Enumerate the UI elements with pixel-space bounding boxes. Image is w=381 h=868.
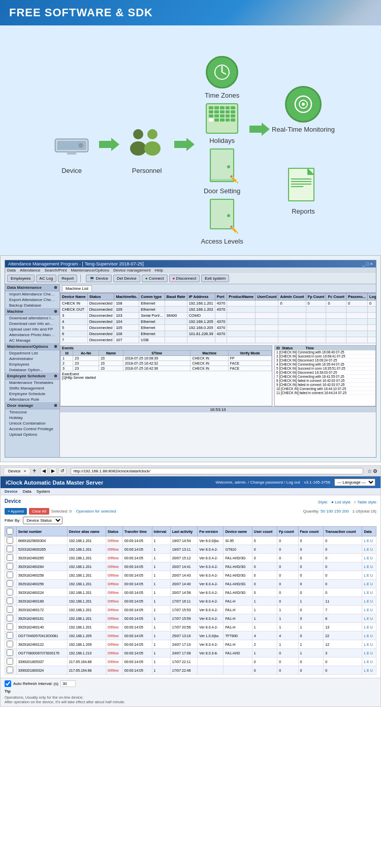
refresh-btn[interactable]: ↺ <box>58 467 67 474</box>
menu-search[interactable]: Search/Print <box>44 268 67 273</box>
filter-select[interactable]: Device Status <box>23 517 62 524</box>
data-link[interactable]: U <box>370 617 373 620</box>
forward-btn[interactable]: ▶ <box>49 467 57 474</box>
data-link[interactable]: L <box>364 548 366 551</box>
data-link[interactable]: U <box>370 660 373 664</box>
url-bar[interactable] <box>71 468 363 474</box>
data-link[interactable]: L <box>364 574 366 577</box>
data-link[interactable]: E <box>367 548 369 551</box>
data-link[interactable]: U <box>370 634 373 638</box>
data-link[interactable]: U <box>370 565 373 568</box>
menu-data[interactable]: Data <box>7 268 16 273</box>
qty-opt-150[interactable]: 150 <box>334 509 341 514</box>
list-style-btn[interactable]: ● List style <box>331 500 351 504</box>
data-link[interactable]: E <box>367 600 369 603</box>
menu-device-mgmt[interactable]: Device management <box>113 268 150 273</box>
btn-del-device[interactable]: Del Device <box>113 275 140 282</box>
data-link[interactable]: E <box>367 591 369 594</box>
row-checkbox[interactable] <box>7 589 13 595</box>
data-link[interactable]: L <box>364 651 366 655</box>
append-btn[interactable]: + Append <box>5 508 27 515</box>
data-link[interactable]: U <box>370 556 373 560</box>
row-checkbox[interactable] <box>7 597 13 604</box>
data-link[interactable]: L <box>364 591 366 594</box>
sidebar-dl-user[interactable]: Download user info and Fp <box>5 321 59 326</box>
sidebar-import[interactable]: Import Attendance Checking Data <box>5 291 59 297</box>
auto-refresh-checkbox[interactable] <box>5 680 11 687</box>
sidebar-db-opt[interactable]: Database Option... <box>5 367 59 373</box>
data-link[interactable]: L <box>364 582 366 586</box>
row-checkbox[interactable] <box>7 580 13 587</box>
data-link[interactable]: U <box>370 539 373 543</box>
sidebar-photo-mgmt[interactable]: Attendance Photo Management <box>5 332 59 338</box>
btn-connect[interactable]: ● Connect <box>142 275 168 282</box>
sidebar-dept[interactable]: Department List <box>5 350 59 356</box>
data-link[interactable]: U <box>370 548 373 551</box>
data-link[interactable]: E <box>367 582 369 586</box>
tab-aclog[interactable]: AC Log <box>36 275 57 282</box>
row-checkbox[interactable] <box>7 537 13 544</box>
row-checkbox[interactable] <box>7 658 13 665</box>
data-link[interactable]: L <box>364 634 366 638</box>
sidebar-holiday[interactable]: Holiday <box>5 415 59 421</box>
menu-attendance[interactable]: Attendance <box>20 268 40 273</box>
sidebar-unlock[interactable]: Unlock Combination <box>5 421 59 426</box>
qty-opt-50[interactable]: 50 <box>321 509 325 514</box>
row-checkbox[interactable] <box>7 649 13 656</box>
menu-help[interactable]: Help <box>154 268 163 273</box>
row-checkbox[interactable] <box>7 546 13 552</box>
data-link[interactable]: U <box>370 582 373 586</box>
tab-close[interactable]: × <box>24 469 26 473</box>
nav-device[interactable]: Device <box>5 489 18 494</box>
data-link[interactable]: E <box>367 574 369 577</box>
tab-report[interactable]: Report <box>58 275 77 282</box>
qty-opt-100[interactable]: 100 <box>326 509 333 514</box>
row-checkbox[interactable] <box>7 623 13 630</box>
data-link[interactable]: L <box>364 660 366 664</box>
tab-employees[interactable]: Employees <box>7 275 35 282</box>
data-link[interactable]: U <box>370 643 373 646</box>
sidebar-backup[interactable]: Backup Database <box>5 303 59 308</box>
data-link[interactable]: E <box>367 539 369 543</box>
data-link[interactable]: L <box>364 669 366 672</box>
row-checkbox[interactable] <box>7 641 13 647</box>
sidebar-upload-opt[interactable]: Upload Options <box>5 432 59 437</box>
row-checkbox[interactable] <box>7 667 13 673</box>
select-all-checkbox[interactable] <box>7 528 13 534</box>
browser-tab[interactable]: Device × <box>4 467 30 474</box>
data-link[interactable]: L <box>364 539 366 543</box>
sidebar-dl-logs[interactable]: Download attendance logs <box>5 315 59 321</box>
data-link[interactable]: L <box>364 617 366 620</box>
data-link[interactable]: U <box>370 574 373 577</box>
row-checkbox[interactable] <box>7 554 13 561</box>
clear-all-btn[interactable]: Clear All <box>29 508 49 515</box>
data-link[interactable]: U <box>370 591 373 594</box>
sidebar-employees[interactable]: Employees <box>5 362 59 367</box>
sidebar-timezone[interactable]: Timezone <box>5 409 59 415</box>
btn-exit[interactable]: Exit system <box>201 275 229 282</box>
row-checkbox[interactable] <box>7 615 13 621</box>
machine-list-tab[interactable]: Machine List <box>62 285 92 291</box>
data-link[interactable]: E <box>367 634 369 638</box>
new-tab-btn[interactable]: + <box>33 467 36 474</box>
data-link[interactable]: U <box>370 625 373 629</box>
sidebar-ac-manage[interactable]: AC Manage <box>5 338 59 343</box>
data-link[interactable]: E <box>367 660 369 664</box>
nav-system[interactable]: System <box>37 489 50 494</box>
btn-disconnect[interactable]: ● Disconnect <box>169 275 200 282</box>
data-link[interactable]: L <box>364 625 366 629</box>
row-checkbox[interactable] <box>7 563 13 570</box>
sidebar-att-rule[interactable]: Attendance Rule <box>5 397 59 402</box>
data-link[interactable]: U <box>370 651 373 655</box>
data-link[interactable]: L <box>364 565 366 568</box>
menu-maintenance[interactable]: Maintenance/Options <box>71 268 109 273</box>
data-link[interactable]: U <box>370 669 373 672</box>
sidebar-shifts[interactable]: Shifts Management <box>5 385 59 391</box>
row-checkbox[interactable] <box>7 606 13 613</box>
data-link[interactable]: E <box>367 643 369 646</box>
data-link[interactable]: E <box>367 651 369 655</box>
data-link[interactable]: L <box>364 643 366 646</box>
sidebar-access-ctrl[interactable]: Access Control Privilege <box>5 426 59 432</box>
data-link[interactable]: L <box>364 608 366 612</box>
row-checkbox[interactable] <box>7 572 13 578</box>
